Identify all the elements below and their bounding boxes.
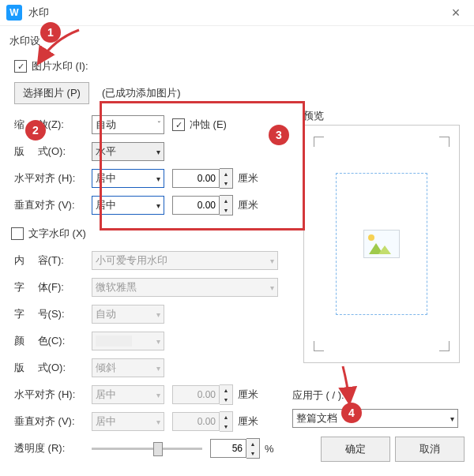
- ok-button[interactable]: 确定: [321, 437, 390, 462]
- chevron-down-icon: ▾: [270, 257, 274, 265]
- halign1-label: 水平对齐 (H):: [14, 171, 92, 186]
- layout2-label: 版 式(O):: [14, 361, 92, 375]
- valign2-offset: [172, 412, 220, 431]
- opacity-spinner[interactable]: ▲▼: [246, 438, 260, 459]
- added-success-text: (已成功添加图片): [102, 86, 181, 100]
- fontsize-label: 字 号(S):: [14, 307, 92, 321]
- valign1-offset[interactable]: [172, 196, 220, 215]
- layout1-label: 版 式(O):: [14, 144, 92, 159]
- halign1-spinner[interactable]: ▲▼: [220, 168, 233, 189]
- fontsize-select: 自动▾: [92, 305, 164, 324]
- opacity-label: 透明度 (R):: [14, 441, 92, 455]
- chevron-down-icon: ▾: [450, 414, 454, 423]
- select-picture-button[interactable]: 选择图片 (P): [14, 82, 89, 104]
- erode-checkbox[interactable]: ✓: [172, 118, 185, 131]
- watermark-placeholder-icon: [363, 230, 400, 258]
- halign2-label: 水平对齐 (H):: [14, 388, 92, 402]
- color-select: ▾: [92, 332, 164, 350]
- opacity-unit: %: [265, 443, 274, 455]
- valign1-unit: 厘米: [238, 198, 258, 212]
- halign1-select[interactable]: 居中▾: [92, 169, 164, 188]
- preview-label: 预览: [303, 109, 324, 123]
- close-button[interactable]: ×: [438, 5, 474, 21]
- halign1-offset[interactable]: [172, 169, 220, 188]
- zoom-select[interactable]: 自动ˇ: [92, 115, 164, 134]
- preview-page: [336, 173, 427, 315]
- chevron-down-icon: ▾: [156, 174, 160, 183]
- cancel-button[interactable]: 取消: [395, 437, 465, 462]
- window-title: 水印: [28, 6, 49, 20]
- section-title: 水印设: [9, 34, 465, 48]
- text-watermark-label: 文字水印 (X): [28, 227, 86, 241]
- opacity-value[interactable]: [210, 439, 246, 458]
- valign1-label: 垂直对齐 (V):: [14, 198, 92, 212]
- layout2-select: 倾斜▾: [92, 358, 164, 377]
- app-logo: W: [6, 5, 22, 21]
- opacity-slider[interactable]: [92, 440, 202, 456]
- chevron-down-icon: ▾: [156, 337, 160, 346]
- text-watermark-checkbox[interactable]: [11, 227, 24, 240]
- halign2-select: 居中▾: [92, 385, 164, 404]
- color-label: 颜 色(C):: [14, 334, 92, 348]
- zoom-label: 缩 放(Z):: [14, 118, 92, 132]
- chevron-down-icon: ▾: [156, 364, 160, 373]
- image-watermark-label: 图片水印 (I):: [32, 59, 88, 73]
- chevron-down-icon: ▾: [156, 391, 160, 399]
- chevron-down-icon: ▾: [156, 418, 160, 426]
- font-select: 微软雅黑▾: [92, 278, 278, 297]
- apply-to-label: 应用于 ( / ):: [292, 388, 344, 403]
- halign2-offset: [172, 385, 220, 404]
- chevron-down-icon: ▾: [156, 310, 160, 319]
- valign2-unit: 厘米: [238, 414, 258, 429]
- valign2-spinner: ▲▼: [220, 411, 233, 432]
- content-label: 内 容(T):: [14, 253, 92, 268]
- chevron-down-icon: ▾: [156, 148, 160, 156]
- content-select: 小可爱专用水印▾: [92, 251, 278, 270]
- chevron-down-icon: ▾: [270, 283, 274, 292]
- image-watermark-checkbox[interactable]: ✓: [14, 60, 27, 73]
- valign2-select: 居中▾: [92, 412, 164, 431]
- font-label: 字 体(F):: [14, 280, 92, 294]
- chevron-down-icon: ˇ: [158, 121, 160, 129]
- valign2-label: 垂直对齐 (V):: [14, 414, 92, 429]
- valign1-spinner[interactable]: ▲▼: [220, 195, 233, 216]
- preview-pane: [303, 125, 460, 363]
- halign1-unit: 厘米: [238, 171, 258, 186]
- layout1-select[interactable]: 水平▾: [92, 142, 164, 161]
- erode-label: 冲蚀 (E): [190, 118, 227, 132]
- halign2-unit: 厘米: [238, 388, 258, 402]
- chevron-down-icon: ▾: [156, 201, 160, 210]
- apply-to-select[interactable]: 整篇文档▾: [292, 409, 458, 428]
- halign2-spinner: ▲▼: [220, 384, 233, 405]
- valign1-select[interactable]: 居中▾: [92, 196, 164, 215]
